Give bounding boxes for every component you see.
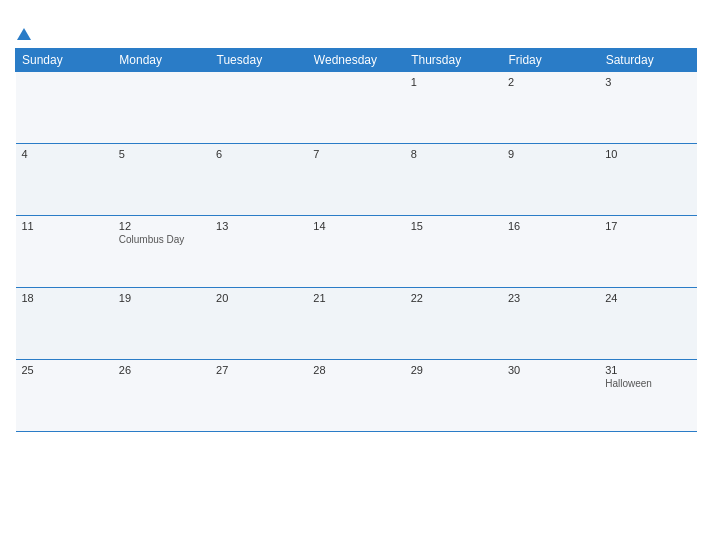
week-row-5: 25262728293031Halloween [16,360,697,432]
calendar-cell: 24 [599,288,696,360]
day-number: 22 [411,292,496,304]
calendar-cell: 31Halloween [599,360,696,432]
calendar-cell: 20 [210,288,307,360]
day-number: 1 [411,76,496,88]
weekday-header-saturday: Saturday [599,49,696,72]
day-number: 25 [22,364,107,376]
logo-text [15,10,31,40]
day-number: 28 [313,364,398,376]
day-number: 20 [216,292,301,304]
day-number: 29 [411,364,496,376]
event-label: Columbus Day [119,234,204,245]
calendar-cell: 17 [599,216,696,288]
day-number: 9 [508,148,593,160]
calendar-cell: 26 [113,360,210,432]
week-row-4: 18192021222324 [16,288,697,360]
calendar-cell: 27 [210,360,307,432]
calendar-cell: 13 [210,216,307,288]
calendar-cell [307,72,404,144]
calendar-cell: 16 [502,216,599,288]
day-number: 8 [411,148,496,160]
day-number: 27 [216,364,301,376]
calendar-cell [210,72,307,144]
calendar-cell: 12Columbus Day [113,216,210,288]
calendar-cell: 8 [405,144,502,216]
calendar-header [15,10,697,40]
calendar-cell: 22 [405,288,502,360]
calendar-cell: 11 [16,216,113,288]
day-number: 15 [411,220,496,232]
day-number: 30 [508,364,593,376]
calendar-cell: 15 [405,216,502,288]
calendar-cell: 28 [307,360,404,432]
calendar-cell [113,72,210,144]
week-row-3: 1112Columbus Day1314151617 [16,216,697,288]
calendar-cell [16,72,113,144]
event-label: Halloween [605,378,690,389]
weekday-header-sunday: Sunday [16,49,113,72]
calendar-cell: 7 [307,144,404,216]
calendar-cell: 9 [502,144,599,216]
calendar-cell: 18 [16,288,113,360]
day-number: 7 [313,148,398,160]
weekday-header-row: SundayMondayTuesdayWednesdayThursdayFrid… [16,49,697,72]
day-number: 19 [119,292,204,304]
weekday-header-monday: Monday [113,49,210,72]
day-number: 12 [119,220,204,232]
day-number: 24 [605,292,690,304]
day-number: 14 [313,220,398,232]
weekday-header-thursday: Thursday [405,49,502,72]
weekday-header-friday: Friday [502,49,599,72]
day-number: 16 [508,220,593,232]
calendar-grid: SundayMondayTuesdayWednesdayThursdayFrid… [15,48,697,432]
calendar-cell: 2 [502,72,599,144]
calendar-cell: 6 [210,144,307,216]
calendar-cell: 14 [307,216,404,288]
day-number: 3 [605,76,690,88]
day-number: 11 [22,220,107,232]
day-number: 23 [508,292,593,304]
week-row-1: 123 [16,72,697,144]
day-number: 18 [22,292,107,304]
day-number: 13 [216,220,301,232]
logo [15,10,31,40]
calendar-cell: 4 [16,144,113,216]
day-number: 17 [605,220,690,232]
day-number: 21 [313,292,398,304]
day-number: 6 [216,148,301,160]
calendar-cell: 21 [307,288,404,360]
calendar-cell: 1 [405,72,502,144]
weekday-header-tuesday: Tuesday [210,49,307,72]
calendar-cell: 23 [502,288,599,360]
day-number: 31 [605,364,690,376]
calendar-cell: 10 [599,144,696,216]
calendar-cell: 5 [113,144,210,216]
calendar-cell: 3 [599,72,696,144]
week-row-2: 45678910 [16,144,697,216]
day-number: 5 [119,148,204,160]
calendar-cell: 19 [113,288,210,360]
day-number: 4 [22,148,107,160]
calendar-cell: 29 [405,360,502,432]
logo-triangle-icon [17,28,31,40]
calendar-container: SundayMondayTuesdayWednesdayThursdayFrid… [0,0,712,550]
calendar-cell: 30 [502,360,599,432]
weekday-header-wednesday: Wednesday [307,49,404,72]
day-number: 2 [508,76,593,88]
day-number: 26 [119,364,204,376]
calendar-cell: 25 [16,360,113,432]
day-number: 10 [605,148,690,160]
